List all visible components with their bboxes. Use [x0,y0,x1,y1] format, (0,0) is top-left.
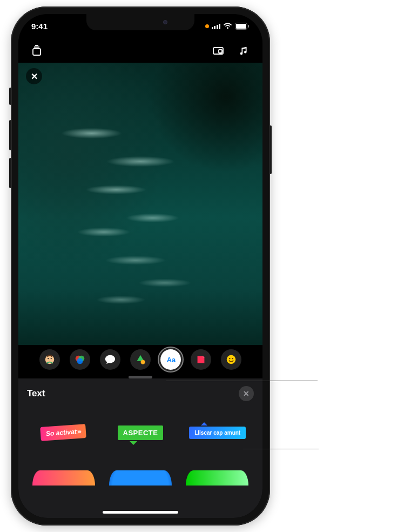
iphone-frame: 9:41 ✕ [11,6,270,526]
status-indicators [205,23,250,30]
aspect-icon [212,44,225,57]
library-button[interactable] [28,42,45,59]
sheet-header: Text ✕ [27,386,254,401]
text-aa-icon: Aa [165,354,177,365]
text-style-lliscar-cap-amunt[interactable]: Lliscar cap amunt [184,413,251,452]
mute-switch [9,88,11,105]
text-style-row: So activat ASPECTE Lliscar cap amunt [27,413,254,452]
text-style-peek[interactable] [32,470,95,486]
filters-icon [74,354,86,365]
home-indicator[interactable] [103,511,178,514]
wifi-icon [223,23,232,29]
close-icon: ✕ [31,71,38,82]
memoji-icon [44,354,56,365]
sticker-icon [195,354,207,365]
battery-icon [235,23,250,30]
sheet-grabber[interactable] [129,376,152,378]
text-style-row-peek [27,470,254,486]
svg-text:Aa: Aa [167,356,176,364]
svg-rect-1 [236,24,246,29]
effect-memoji[interactable] [39,349,60,370]
text-style-peek[interactable] [109,470,172,486]
close-viewer-button[interactable]: ✕ [26,68,42,84]
effect-messages[interactable] [100,349,120,370]
close-icon: ✕ [243,389,250,398]
library-icon [30,44,43,57]
svg-rect-5 [219,50,222,53]
emoji-icon [225,354,237,365]
screen: 9:41 ✕ [18,14,262,518]
messages-bubble-icon [104,354,116,365]
callout-line [166,381,318,381]
music-icon [238,45,250,57]
effect-text[interactable]: Aa [160,349,181,370]
effect-shapes[interactable] [130,349,151,370]
svg-rect-2 [248,25,249,28]
callout-line [243,449,319,449]
text-styles-sheet: Text ✕ So activat ASPECTE Lliscar cap am… [18,378,262,518]
effect-stickers[interactable] [191,349,211,370]
text-style-so-activat[interactable]: So activat [30,413,97,452]
side-button [269,125,272,174]
svg-point-8 [51,358,52,359]
notch [86,14,194,30]
front-camera [163,20,167,24]
svg-rect-3 [33,49,41,55]
text-style-label: ASPECTE [118,425,164,440]
shapes-icon [134,354,146,365]
sheet-title: Text [27,388,45,399]
aspect-button[interactable] [210,42,227,59]
svg-point-7 [48,358,49,359]
text-style-label: So activat [41,424,87,441]
text-style-label: Lliscar cap amunt [189,427,246,439]
effect-filters[interactable] [70,349,90,370]
media-viewer[interactable]: ✕ [18,63,262,345]
effect-emoji[interactable] [221,349,241,370]
sheet-close-button[interactable]: ✕ [239,386,254,401]
svg-point-15 [229,358,230,359]
music-button[interactable] [235,42,253,59]
svg-point-14 [227,355,236,364]
svg-point-11 [77,358,83,364]
volume-up-button [9,120,11,150]
text-style-aspecte[interactable]: ASPECTE [107,413,174,452]
svg-point-12 [140,360,145,364]
svg-point-6 [45,355,55,364]
recording-indicator-icon [205,24,209,28]
volume-down-button [9,158,11,188]
cellular-signal-icon [212,23,221,29]
top-toolbar [18,38,262,64]
svg-point-16 [232,358,233,359]
status-time: 9:41 [31,22,48,31]
text-style-peek[interactable] [186,470,248,486]
effects-toolbar: Aa [18,345,262,374]
